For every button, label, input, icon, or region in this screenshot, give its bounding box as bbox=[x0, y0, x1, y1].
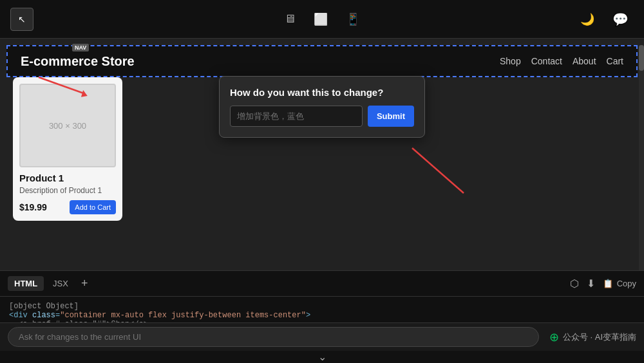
code-line-1: [object Object] bbox=[9, 302, 635, 311]
chat-bar: ⊕ 公众号 · AI变革指南 bbox=[0, 322, 644, 351]
image-placeholder-text: 300 × 300 bbox=[49, 121, 86, 131]
download-icon[interactable]: ⬇ bbox=[587, 277, 595, 290]
toolbar-center: 🖥 ⬜ 📱 bbox=[279, 10, 365, 29]
code-content: [object Object] <div class="container mx… bbox=[0, 297, 644, 322]
product-card: 300 × 300 Product 1 Description of Produ… bbox=[13, 77, 122, 221]
product-image: 300 × 300 bbox=[19, 84, 116, 167]
chevron-down-icon[interactable]: ⌄ bbox=[318, 351, 327, 362]
share-icon[interactable]: ⬡ bbox=[570, 277, 579, 290]
nav-link-contact[interactable]: Contact bbox=[531, 56, 562, 66]
tab-html[interactable]: HTML bbox=[8, 276, 44, 291]
product-bottom: $19.99 Add to Cart bbox=[19, 200, 116, 214]
brand-name: E-commerce Store bbox=[21, 54, 135, 69]
chat-input[interactable] bbox=[8, 327, 539, 347]
nav-links: Shop Contact About Cart bbox=[500, 56, 623, 66]
cursor-icon: ↖ bbox=[18, 14, 26, 24]
submit-button[interactable]: Submit bbox=[368, 106, 414, 127]
copy-icon: 📋 bbox=[603, 279, 613, 288]
canvas-area: NAV E-commerce Store Shop Contact About … bbox=[0, 39, 644, 270]
toolbar-left: ↖ bbox=[10, 8, 33, 31]
bottom-panel: HTML JSX + ⬡ ⬇ 📋 Copy [object Object] <d… bbox=[0, 270, 644, 363]
change-popup: How do you want this to change? Submit bbox=[219, 76, 425, 138]
product-title: Product 1 bbox=[19, 172, 116, 183]
nav-badge: NAV bbox=[72, 44, 89, 51]
change-input[interactable] bbox=[230, 106, 363, 127]
tab-actions: ⬡ ⬇ 📋 Copy bbox=[570, 277, 636, 290]
product-description: Description of Product 1 bbox=[19, 186, 116, 195]
page-nav: E-commerce Store Shop Contact About Cart bbox=[6, 45, 638, 77]
add-tab-button[interactable]: + bbox=[77, 275, 92, 292]
scrollbar-track bbox=[639, 45, 644, 270]
toolbar-right: 🌙 💬 bbox=[575, 9, 634, 30]
product-price: $19.99 bbox=[19, 202, 47, 212]
mobile-device-button[interactable]: 📱 bbox=[341, 10, 365, 29]
copy-button[interactable]: 📋 Copy bbox=[603, 279, 636, 288]
popup-title: How do you want this to change? bbox=[230, 87, 414, 98]
nav-link-cart[interactable]: Cart bbox=[607, 56, 623, 66]
svg-line-2 bbox=[412, 148, 464, 193]
dark-mode-button[interactable]: 🌙 bbox=[575, 10, 600, 29]
watermark-text: 公众号 · AI变革指南 bbox=[563, 331, 636, 343]
cursor-button[interactable]: ↖ bbox=[10, 8, 33, 31]
wechat-icon: ⊕ bbox=[549, 330, 559, 344]
add-to-cart-button[interactable]: Add to Cart bbox=[70, 200, 116, 214]
nav-link-about[interactable]: About bbox=[573, 56, 596, 66]
bottom-tabs: HTML JSX + ⬡ ⬇ 📋 Copy bbox=[0, 271, 644, 297]
nav-link-shop[interactable]: Shop bbox=[500, 56, 521, 66]
desktop-device-button[interactable]: 🖥 bbox=[279, 10, 301, 28]
popup-input-row: Submit bbox=[230, 106, 414, 127]
code-line-2: <div class="container mx-auto flex justi… bbox=[9, 311, 635, 320]
chat-button[interactable]: 💬 bbox=[607, 9, 634, 30]
copy-label: Copy bbox=[617, 279, 636, 288]
top-toolbar: ↖ 🖥 ⬜ 📱 🌙 💬 bbox=[0, 0, 644, 39]
watermark: ⊕ 公众号 · AI变革指南 bbox=[549, 330, 636, 344]
scrollbar-thumb[interactable] bbox=[639, 45, 644, 71]
tablet-device-button[interactable]: ⬜ bbox=[308, 10, 333, 29]
tab-jsx[interactable]: JSX bbox=[46, 276, 75, 291]
chevron-container: ⌄ bbox=[0, 351, 644, 363]
